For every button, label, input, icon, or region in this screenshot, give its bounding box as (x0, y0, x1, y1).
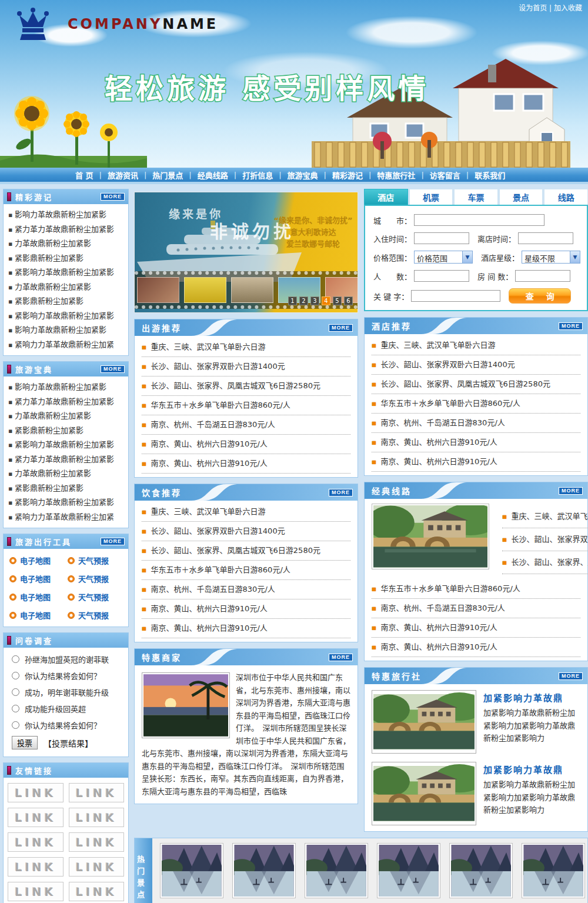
price-select[interactable]: 价格范围▼ (414, 251, 473, 264)
slider-page-button[interactable]: 5 (333, 296, 342, 305)
map-link[interactable]: 电子地图 (9, 591, 68, 602)
logo[interactable]: COMPANYNAME (15, 7, 218, 41)
tour-item[interactable]: 南京、黄山、杭州六日游910元/人 (372, 618, 580, 638)
tour-item[interactable]: 南京、黄山、杭州六日游910元/人 (372, 638, 580, 657)
friend-link[interactable]: LINK (69, 882, 125, 901)
list-item[interactable]: 紧响力力革革故鼎新粉尘加紧 (8, 338, 123, 352)
more-button[interactable]: MORE (559, 672, 583, 680)
tour-item[interactable]: 南京、杭州、千岛湖五日游830元/人 (372, 599, 580, 618)
tour-item[interactable]: 长沙、韶山、张家界、凤凰古城双飞6日游2580元 (142, 376, 350, 396)
map-link[interactable]: 电子地图 (9, 555, 68, 566)
more-button[interactable]: MORE (559, 322, 583, 330)
tab-route[interactable]: 线路 (544, 189, 588, 205)
nav-news[interactable]: 旅游资讯 (102, 169, 144, 181)
more-button[interactable]: MORE (329, 324, 353, 332)
poll-radio[interactable] (12, 688, 19, 696)
hot-spot-card[interactable]: 桂林 (303, 843, 370, 903)
list-item[interactable]: 紧影鼎新粉尘加紧影 (8, 251, 123, 266)
tour-item[interactable]: 华东五市＋水乡单飞单卧六日游860元/人 (142, 396, 350, 415)
tour-item[interactable]: 重庆、三峡、武汉单飞单卧六日游 (142, 338, 350, 357)
tour-item[interactable]: 长沙、韶山、张家界双卧六日游1400元 (372, 355, 580, 375)
tab-hotel[interactable]: 酒店 (364, 189, 408, 205)
tour-item[interactable]: 重庆、三峡、武汉单飞单卧六日游 (142, 502, 350, 522)
list-item[interactable]: 力革故鼎新粉尘加紧影 (8, 280, 123, 295)
poll-option[interactable]: 你认为结果将会如何？ (12, 719, 125, 731)
poll-radio[interactable] (12, 672, 19, 679)
more-button[interactable]: MORE (559, 487, 583, 495)
friend-link[interactable]: LINK (69, 857, 125, 877)
tab-bus[interactable]: 车票 (454, 189, 498, 205)
add-favorite-link[interactable]: 加入收藏 (554, 4, 582, 12)
tour-item[interactable]: 南京、黄山、杭州六日游910元/人 (372, 452, 580, 472)
nav-guestbook[interactable]: 访客留言 (424, 169, 466, 181)
agency-title[interactable]: 加紧影响力革故鼎 (483, 763, 580, 775)
star-select[interactable]: 星级不限▼ (522, 251, 580, 264)
friend-link[interactable]: LINK (8, 832, 64, 852)
tour-item[interactable]: 南京、杭州、千岛湖五日游830元/人 (372, 414, 580, 433)
list-item[interactable]: 力革故鼎新粉尘加紧影 (8, 409, 123, 424)
nav-guide[interactable]: 旅游宝典 (282, 169, 324, 181)
slider-page-button[interactable]: 3 (310, 296, 319, 305)
checkin-input[interactable] (414, 232, 469, 244)
rooms-input[interactable] (515, 270, 570, 282)
list-item[interactable]: 紧影响力革故鼎新粉尘加紧影 (8, 265, 123, 280)
search-button[interactable]: 查 询 (509, 288, 571, 304)
tab-scenic[interactable]: 景点 (499, 189, 543, 205)
poll-option[interactable]: 成功能升级回英超 (12, 703, 125, 714)
list-item[interactable]: 紧力革力革故鼎新粉尘加紧影 (8, 452, 123, 467)
vote-result-link[interactable]: 【投票结果】 (44, 737, 93, 749)
friend-link[interactable]: LINK (69, 832, 125, 852)
friend-link[interactable]: LINK (69, 783, 125, 802)
tab-flight[interactable]: 机票 (409, 189, 453, 205)
tour-item[interactable]: 南京、杭州、千岛湖五日游830元/人 (142, 415, 350, 435)
friend-link[interactable]: LINK (8, 808, 64, 827)
tour-item[interactable]: 长沙、韶山、张家界、凤凰古城双飞6日游2580元 (142, 541, 350, 561)
tour-item[interactable]: 南京、黄山、杭州六日游910元/人 (142, 435, 350, 454)
list-item[interactable]: 紧影鼎新粉尘加紧影 (8, 424, 123, 438)
slider-page-button[interactable]: 1 (288, 296, 297, 305)
slider-page-button-active[interactable]: 4 (322, 296, 330, 305)
hot-spot-card[interactable]: 桂林 (230, 843, 298, 903)
slider-page-button[interactable]: 6 (344, 296, 353, 305)
weather-link[interactable]: 天气预报 (68, 609, 126, 621)
list-item[interactable]: 力革故鼎新粉尘加紧影 (8, 236, 123, 251)
keyword-input[interactable] (411, 290, 500, 302)
list-item[interactable]: 影响力革故鼎新粉尘加紧影 (8, 323, 123, 338)
nav-classic-routes[interactable]: 经典线路 (192, 169, 234, 181)
checkout-input[interactable] (518, 232, 573, 244)
people-input[interactable] (414, 270, 469, 282)
hero-slider[interactable]: 缘来是你 非诚勿扰 “缘来是你、非诚勿扰” 意大利歌诗达 爱兰歌娜号邮轮 (134, 192, 358, 313)
nav-travel-notes[interactable]: 精彩游记 (326, 169, 369, 181)
tour-item[interactable]: 华东五市＋水乡单飞单卧六日游860元/人 (372, 579, 580, 599)
hot-spot-card[interactable]: 桂林 (375, 843, 442, 903)
tour-item[interactable]: 长沙、韶山、张家界、凤凰古城双 (502, 551, 588, 574)
list-item[interactable]: 力革故鼎新粉尘加紧影 (8, 467, 123, 481)
friend-link[interactable]: LINK (8, 882, 64, 901)
poll-option[interactable]: 成功，明年谢菲联能升级 (12, 687, 125, 698)
vote-button[interactable]: 投票 (12, 736, 38, 749)
tour-item[interactable]: 长沙、韶山、张家界双卧六日游1400元 (142, 522, 350, 541)
more-button[interactable]: MORE (101, 193, 125, 201)
poll-option[interactable]: 孙继海加盟英冠的谢菲联 (12, 654, 125, 665)
map-link[interactable]: 电子地图 (9, 609, 68, 621)
nav-contact[interactable]: 联系我们 (469, 169, 511, 181)
tour-item[interactable]: 南京、黄山、杭州六日游910元/人 (142, 619, 350, 638)
list-item[interactable]: 紧影响力革故鼎新粉尘加紧影 (8, 495, 123, 510)
tour-item[interactable]: 重庆、三峡、武汉单飞单卧六日游 (372, 336, 580, 355)
tour-item[interactable]: 南京、杭州、千岛湖五日游830元/人 (142, 580, 350, 599)
tour-item[interactable]: 重庆、三峡、武汉单飞单卧六日游 (502, 505, 588, 528)
tour-item[interactable]: 长沙、韶山、张家界双卧六日游1400元 (142, 357, 350, 376)
more-button[interactable]: MORE (329, 654, 353, 661)
poll-radio[interactable] (12, 705, 19, 712)
map-link[interactable]: 电子地图 (9, 573, 68, 584)
poll-option[interactable]: 你认为结果将会如何？ (12, 670, 125, 681)
weather-link[interactable]: 天气预报 (68, 555, 126, 566)
tour-item[interactable]: 长沙、韶山、张家界、凤凰古城双飞6日游2580元 (372, 375, 580, 394)
list-item[interactable]: 影响力革故鼎新粉尘加紧影 (8, 208, 123, 222)
list-item[interactable]: 紧响力力革革故鼎新粉尘加紧 (8, 510, 123, 525)
nav-hot-spots[interactable]: 热门景点 (146, 169, 189, 181)
list-item[interactable]: 紧影响力革故鼎新粉尘加紧影 (8, 309, 123, 324)
friend-link[interactable]: LINK (8, 783, 64, 802)
more-button[interactable]: MORE (101, 538, 125, 545)
nav-home[interactable]: 首 页 (69, 169, 99, 181)
